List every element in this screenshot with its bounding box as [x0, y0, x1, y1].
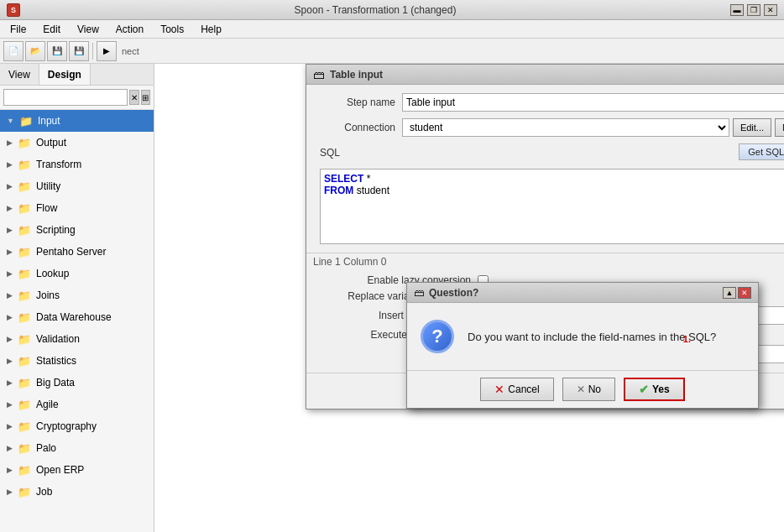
- maximize-btn[interactable]: ❐: [747, 4, 760, 16]
- category-input[interactable]: ▼ 📁 Input: [0, 110, 154, 132]
- category-data-warehouse[interactable]: ▶ 📁 Data Warehouse: [0, 306, 154, 328]
- menu-view[interactable]: View: [71, 22, 106, 37]
- category-openerp[interactable]: ▶ 📁 Open ERP: [0, 459, 154, 481]
- search-bar: ✕ ⊞: [0, 86, 154, 110]
- window-title: Spoon - Transformation 1 (changed): [20, 4, 730, 16]
- tab-design[interactable]: Design: [39, 64, 91, 85]
- category-agile[interactable]: ▶ 📁 Agile: [0, 394, 154, 415]
- category-bigdata[interactable]: ▶ 📁 Big Data: [0, 372, 154, 394]
- new-connection-btn[interactable]: New...: [775, 118, 784, 137]
- question-dialog: 🗃 Question? ▲ ✕ ? Do you want to include…: [406, 282, 759, 409]
- connection-select[interactable]: student: [402, 118, 729, 137]
- sql-label: SQL: [320, 147, 340, 159]
- connection-wrap: student Edit... New... Wizard...: [402, 118, 784, 137]
- close-btn[interactable]: ✕: [764, 4, 777, 16]
- folder-job: 📁: [18, 486, 31, 498]
- folder-palo: 📁: [18, 442, 31, 455]
- question-title-wrap: 🗃 Question?: [414, 287, 478, 299]
- category-lookup[interactable]: ▶ 📁 Lookup: [0, 263, 154, 284]
- view-tab-label: View: [8, 69, 30, 81]
- category-statistics[interactable]: ▶ 📁 Statistics: [0, 350, 154, 372]
- arrow-openerp: ▶: [7, 466, 13, 474]
- folder-bigdata: 📁: [18, 377, 31, 389]
- new-btn[interactable]: 📄: [3, 41, 24, 61]
- status-bar: Line 1 Column 0: [306, 253, 784, 269]
- search-tree-btn[interactable]: ⊞: [141, 90, 151, 105]
- tab-view[interactable]: View: [0, 64, 39, 85]
- menu-action[interactable]: Action: [109, 22, 150, 37]
- menu-file[interactable]: File: [3, 22, 33, 37]
- folder-agile: 📁: [18, 399, 31, 411]
- category-tree: ▼ 📁 Input ▶ 📁 Output ▶ 📁 Transform ▶ 📁 U…: [0, 110, 154, 532]
- arrow-lookup: ▶: [7, 269, 13, 278]
- connection-row: Connection student Edit... New... Wizard…: [320, 118, 784, 137]
- question-min-btn[interactable]: ▲: [723, 287, 736, 299]
- sql-area[interactable]: SELECT * FROM student: [320, 169, 784, 244]
- folder-scripting: 📁: [18, 224, 31, 237]
- label-utility: Utility: [36, 180, 60, 192]
- menu-tools[interactable]: Tools: [154, 22, 191, 37]
- sql-table-name: student: [353, 185, 389, 196]
- label-bigdata: Big Data: [36, 377, 75, 389]
- dialog-icon: 🗃: [313, 68, 325, 81]
- label-job: Job: [36, 486, 52, 498]
- main-area: View Design ✕ ⊞ ▼ 📁 Input ▶ 📁 Output ▶: [0, 64, 784, 532]
- folder-dw: 📁: [18, 311, 31, 324]
- sql-keyword-from: FROM: [324, 185, 353, 196]
- app-icon: S: [7, 3, 20, 17]
- step-1-label: 1.: [683, 334, 691, 344]
- category-transform[interactable]: ▶ 📁 Transform: [0, 154, 154, 175]
- label-validation: Validation: [36, 333, 80, 345]
- question-close-btn[interactable]: ✕: [738, 287, 751, 299]
- search-clear-btn[interactable]: ✕: [129, 90, 139, 105]
- arrow-joins: ▶: [7, 291, 13, 300]
- label-joins: Joins: [36, 289, 60, 301]
- label-agile: Agile: [36, 399, 59, 410]
- menu-bar: File Edit View Action Tools Help: [0, 20, 784, 39]
- canvas-area: 🗃 Table input ▲ ❐ ✕ Step name Connection: [154, 64, 784, 532]
- menu-edit[interactable]: Edit: [36, 22, 67, 37]
- open-btn[interactable]: 📂: [25, 41, 45, 61]
- connection-label: Connection: [320, 122, 395, 133]
- step-name-input[interactable]: [402, 93, 784, 112]
- window-controls: ▬ ❐ ✕: [730, 4, 777, 16]
- category-scripting[interactable]: ▶ 📁 Scripting: [0, 219, 154, 241]
- edit-connection-btn[interactable]: Edit...: [733, 118, 771, 137]
- category-flow[interactable]: ▶ 📁 Flow: [0, 197, 154, 219]
- category-palo[interactable]: ▶ 📁 Palo: [0, 437, 154, 459]
- label-input: Input: [38, 115, 60, 127]
- dialog-title-bar: 🗃 Table input ▲ ❐ ✕: [306, 65, 784, 85]
- save-btn[interactable]: 💾: [47, 41, 67, 61]
- folder-validation: 📁: [18, 333, 31, 346]
- category-pentaho[interactable]: ▶ 📁 Pentaho Server: [0, 241, 154, 263]
- category-joins[interactable]: ▶ 📁 Joins: [0, 284, 154, 306]
- label-lookup: Lookup: [36, 268, 69, 279]
- yes-btn-label: Yes: [652, 383, 670, 395]
- arrow-crypto: ▶: [7, 422, 13, 430]
- question-no-btn[interactable]: ✕ No: [562, 378, 615, 401]
- question-cancel-btn[interactable]: ✕ Cancel: [480, 378, 553, 401]
- question-body: ? Do you want to include the field-names…: [407, 303, 758, 370]
- category-job[interactable]: ▶ 📁 Job: [0, 481, 154, 503]
- folder-transform: 📁: [18, 159, 31, 171]
- category-validation[interactable]: ▶ 📁 Validation: [0, 328, 154, 350]
- cancel-icon: ✕: [494, 383, 504, 396]
- category-output[interactable]: ▶ 📁 Output: [0, 132, 154, 154]
- folder-statistics: 📁: [18, 355, 31, 368]
- label-dw: Data Warehouse: [36, 311, 112, 323]
- saveas-btn[interactable]: 💾: [69, 41, 89, 61]
- menu-help[interactable]: Help: [194, 22, 228, 37]
- get-sql-btn[interactable]: Get SQL select statement...: [739, 143, 784, 160]
- label-output: Output: [36, 137, 66, 149]
- category-utility[interactable]: ▶ 📁 Utility: [0, 175, 154, 197]
- label-statistics: Statistics: [36, 355, 76, 367]
- search-input[interactable]: [3, 89, 128, 106]
- question-yes-btn[interactable]: ✔ Yes: [624, 378, 685, 401]
- folder-input: 📁: [19, 115, 33, 128]
- category-cryptography[interactable]: ▶ 📁 Cryptography: [0, 415, 154, 437]
- folder-crypto: 📁: [18, 420, 31, 433]
- label-flow: Flow: [36, 202, 57, 214]
- run-btn[interactable]: ▶: [97, 41, 117, 61]
- minimize-btn[interactable]: ▬: [730, 4, 744, 16]
- no-icon: ✕: [577, 383, 585, 395]
